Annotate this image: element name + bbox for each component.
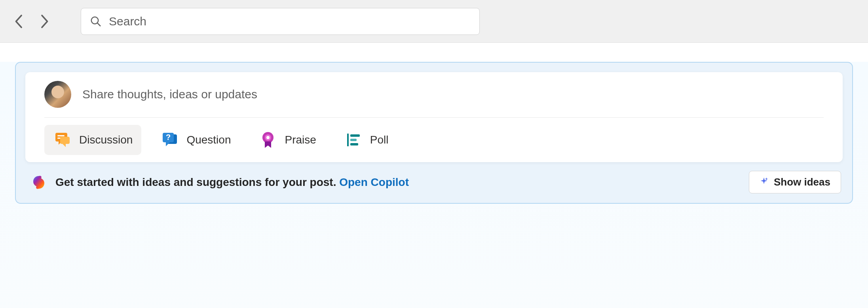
- user-avatar: [44, 81, 71, 108]
- discussion-icon: [53, 130, 72, 149]
- svg-rect-14: [350, 143, 358, 145]
- search-input[interactable]: [109, 15, 471, 28]
- chevron-left-icon: [14, 14, 24, 29]
- composer-card: Share thoughts, ideas or updates: [25, 72, 843, 162]
- search-icon: [90, 15, 102, 27]
- top-navigation-bar: [0, 0, 868, 43]
- post-type-discussion[interactable]: Discussion: [44, 125, 141, 155]
- post-type-label: Discussion: [79, 134, 133, 146]
- main-content-area: Share thoughts, ideas or updates: [0, 62, 868, 308]
- question-icon: ?: [160, 130, 179, 149]
- composer-input-row[interactable]: Share thoughts, ideas or updates: [44, 81, 824, 118]
- sparkle-icon: [760, 176, 768, 188]
- poll-icon: [344, 130, 363, 149]
- copilot-logo-icon: [31, 174, 47, 190]
- composer-placeholder-text: Share thoughts, ideas or updates: [82, 88, 257, 101]
- post-type-poll[interactable]: Poll: [335, 125, 397, 155]
- svg-rect-4: [60, 137, 70, 144]
- show-ideas-label: Show ideas: [774, 176, 830, 188]
- svg-rect-2: [57, 135, 65, 136]
- post-type-label: Praise: [285, 134, 316, 146]
- show-ideas-button[interactable]: Show ideas: [749, 171, 841, 193]
- nav-back-button[interactable]: [12, 14, 26, 29]
- copilot-banner: Get started with ideas and suggestions f…: [25, 162, 843, 195]
- post-type-question[interactable]: ? Question: [152, 125, 239, 155]
- post-type-praise[interactable]: Praise: [250, 125, 325, 155]
- copilot-banner-left: Get started with ideas and suggestions f…: [31, 174, 409, 190]
- copilot-message: Get started with ideas and suggestions f…: [55, 176, 409, 189]
- svg-rect-11: [347, 134, 349, 146]
- nav-forward-button[interactable]: [37, 14, 51, 29]
- svg-rect-13: [350, 139, 357, 141]
- copilot-message-text: Get started with ideas and suggestions f…: [55, 176, 339, 188]
- post-types-row: Discussion ? Question: [44, 118, 824, 155]
- svg-text:?: ?: [166, 133, 171, 142]
- composer-container: Share thoughts, ideas or updates: [15, 62, 853, 204]
- post-type-label: Poll: [370, 134, 389, 146]
- search-box[interactable]: [81, 8, 480, 35]
- svg-rect-12: [350, 134, 360, 137]
- post-type-label: Question: [186, 134, 231, 146]
- open-copilot-link[interactable]: Open Copilot: [339, 176, 409, 188]
- praise-icon: [258, 130, 277, 149]
- svg-point-10: [266, 136, 270, 139]
- chevron-right-icon: [40, 14, 49, 29]
- nav-arrows-group: [12, 14, 51, 29]
